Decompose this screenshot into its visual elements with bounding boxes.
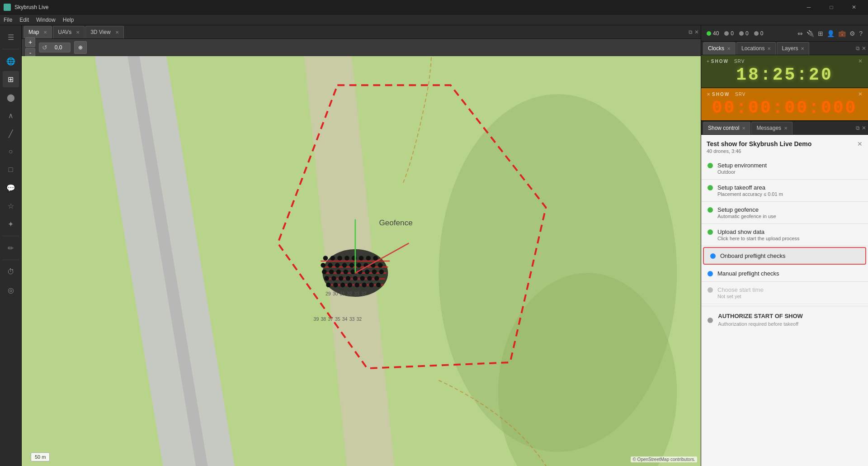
list-item-onboard-preflight[interactable]: Onboard preflight checks <box>703 247 866 265</box>
rotation-input[interactable] <box>49 44 67 51</box>
show-ctrl-expand-icon[interactable]: ⧉ <box>856 125 860 131</box>
line-icon[interactable]: ╱ <box>3 125 19 142</box>
clock-icon[interactable]: ⏱ <box>3 264 19 280</box>
panel-expand-icon[interactable]: ⧉ <box>689 29 693 35</box>
clocks-close-icon[interactable]: ✕ <box>862 45 866 52</box>
svg-text:33: 33 <box>349 316 355 322</box>
briefcase-icon[interactable]: 💼 <box>838 30 846 37</box>
main-layout: ☰ 🌐 ⊞ ⬤ ∧ ╱ ○ □ 💬 ☆ ✦ ✏ ⏱ ◎ Map ✕ UAVs ✕ <box>0 25 868 466</box>
svg-point-24 <box>335 263 340 268</box>
svg-point-31 <box>322 269 327 274</box>
svg-text:29: 29 <box>326 291 331 296</box>
gear-icon[interactable]: ⚙ <box>849 30 855 37</box>
grid-icon[interactable]: ✦ <box>3 216 19 232</box>
svg-point-15 <box>330 256 335 261</box>
plus-icon[interactable]: + <box>707 59 709 64</box>
clock1-close-icon[interactable]: ✕ <box>858 58 863 64</box>
svg-text:34: 34 <box>342 316 348 322</box>
arrows-icon[interactable]: ⇔ <box>797 30 803 37</box>
rectangle-icon[interactable]: □ <box>3 162 19 178</box>
person-icon[interactable]: 👤 <box>827 30 835 37</box>
close-3dview-tab[interactable]: ✕ <box>115 30 119 35</box>
location-icon[interactable]: ⬤ <box>3 89 19 105</box>
list-item[interactable]: Setup takeoff area Placement accuracy ≤ … <box>701 180 868 202</box>
close-show-control-tab[interactable]: ✕ <box>742 126 745 131</box>
scale-value: 50 m <box>35 454 46 460</box>
chat-icon[interactable]: 💬 <box>3 180 19 196</box>
polyline-icon[interactable]: ∧ <box>3 107 19 124</box>
close-clocks-tab[interactable]: ✕ <box>727 46 731 51</box>
gray-dot-1 <box>724 31 729 36</box>
map-view[interactable]: /* rendered below */ <box>22 56 701 466</box>
toolbar-divider-1 <box>2 49 19 49</box>
menu-file[interactable]: File <box>4 17 12 23</box>
status-gray-3: 0 <box>754 30 764 37</box>
attribution: © OpenStreetMap contributors. <box>631 456 697 462</box>
list-item[interactable]: Setup geofence Automatic geofence in use <box>701 202 868 224</box>
list-item[interactable]: Setup environment Outdoor <box>701 157 868 180</box>
menu-edit[interactable]: Edit <box>19 17 29 23</box>
authorize-section[interactable]: AUTHORIZE START OF SHOW Authorization re… <box>701 306 868 333</box>
show-close-icon[interactable]: ✕ <box>857 140 863 147</box>
svg-point-44 <box>353 276 358 281</box>
svg-point-17 <box>344 256 349 261</box>
brush-icon[interactable]: ✏ <box>3 240 19 256</box>
globe-icon[interactable]: 🌐 <box>3 53 19 69</box>
svg-text:31: 31 <box>340 291 345 296</box>
menu-window[interactable]: Window <box>36 17 56 23</box>
close-map-tab[interactable]: ✕ <box>43 30 47 35</box>
close-layers-tab[interactable]: ✕ <box>801 46 804 51</box>
layers-icon[interactable]: ⊞ <box>3 71 19 87</box>
satellite-icon[interactable]: ◎ <box>3 282 19 298</box>
clock2-close-icon[interactable]: ✕ <box>858 91 863 97</box>
star-icon[interactable]: ☆ <box>3 198 19 214</box>
list-item-start-time[interactable]: Choose start time Not set yet <box>701 282 868 304</box>
menu-help[interactable]: Help <box>63 17 74 23</box>
tab-3dview[interactable]: 3D View ✕ <box>85 26 123 38</box>
show-ctrl-close-icon[interactable]: ✕ <box>862 125 866 131</box>
close-button[interactable]: ✕ <box>844 0 864 14</box>
zoom-in-button[interactable]: + <box>25 37 35 47</box>
plug-icon[interactable]: 🔌 <box>807 30 814 37</box>
status-icons: ⇔ 🔌 ⊞ 👤 💼 ⚙ ? <box>797 30 863 37</box>
close-uavs-tab[interactable]: ✕ <box>76 30 80 35</box>
center-panel: Map ✕ UAVs ✕ 3D View ✕ ⧉ ✕ + - <box>22 25 701 466</box>
recenter-button[interactable]: ⊕ <box>74 41 87 54</box>
scale-bar: 50 m <box>31 452 50 461</box>
help-icon[interactable]: ? <box>859 30 863 37</box>
clocks-expand-icon[interactable]: ⧉ <box>856 45 860 52</box>
tab-show-control[interactable]: Show control ✕ <box>703 122 750 134</box>
clock-panel-2: ✕ SHOW SRV ✕ 00:00:00:000 <box>701 88 868 121</box>
close-messages-tab[interactable]: ✕ <box>784 126 788 131</box>
tab-clocks[interactable]: Clocks ✕ <box>703 42 736 55</box>
tab-layers[interactable]: Layers ✕ <box>777 42 809 55</box>
maximize-button[interactable]: □ <box>821 0 842 14</box>
circle-icon[interactable]: ○ <box>3 143 19 160</box>
clock2-x-icon[interactable]: ✕ <box>707 92 710 97</box>
clock1-header: + SHOW SRV ✕ <box>707 58 863 64</box>
svg-point-25 <box>342 263 347 268</box>
item-dot-geofence <box>708 207 713 213</box>
svg-text:37: 37 <box>328 316 333 322</box>
titlebar: Skybrush Live ─ □ ✕ <box>0 0 868 14</box>
svg-point-47 <box>374 276 379 281</box>
svg-point-19 <box>359 256 364 261</box>
tab-messages[interactable]: Messages ✕ <box>751 122 793 134</box>
tab-locations[interactable]: Locations ✕ <box>736 42 776 55</box>
tab-map[interactable]: Map ✕ <box>24 26 52 38</box>
close-locations-tab[interactable]: ✕ <box>767 46 771 51</box>
menu-icon[interactable]: ☰ <box>3 29 19 45</box>
tab-uavs[interactable]: UAVs ✕ <box>53 26 85 38</box>
svg-text:33: 33 <box>354 291 359 296</box>
panel-close-icon[interactable]: ✕ <box>694 29 699 35</box>
grid-status-icon[interactable]: ⊞ <box>818 30 823 37</box>
status-indicators: 40 0 0 0 <box>707 30 763 37</box>
app-title: Skybrush Live <box>14 4 795 10</box>
svg-point-41 <box>331 276 336 281</box>
authorize-dot <box>708 318 713 323</box>
minimize-button[interactable]: ─ <box>798 0 819 14</box>
list-item[interactable]: Upload show data Click here to start the… <box>701 224 868 246</box>
toolbar-divider-2 <box>2 236 19 236</box>
map-controls-bar: + - ↺ ⊕ <box>22 39 701 56</box>
list-item[interactable]: Manual preflight checks <box>701 266 868 282</box>
